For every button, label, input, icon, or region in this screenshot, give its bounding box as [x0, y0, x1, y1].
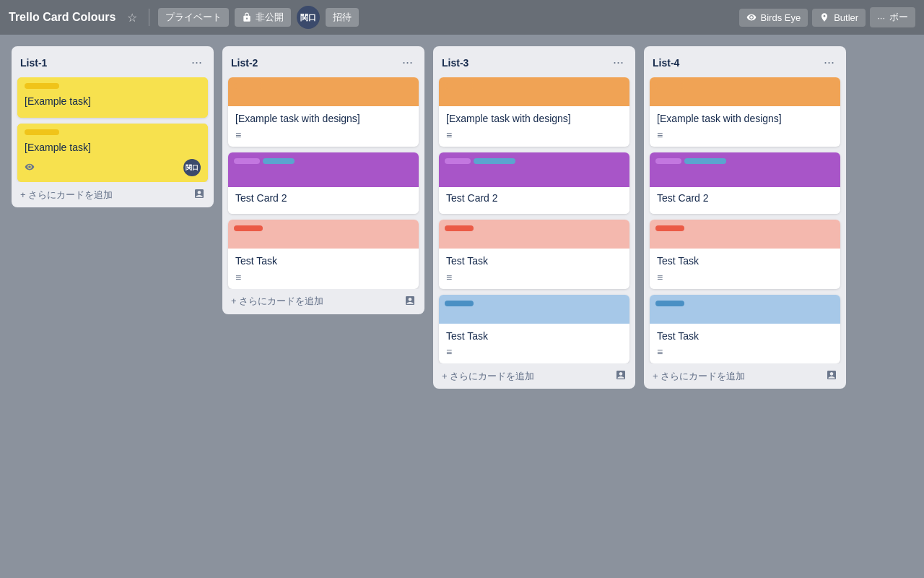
header-divider-1 — [149, 9, 149, 26]
butler-icon — [819, 12, 829, 22]
list-list-3: List-3···[Example task with designs]≡Tes… — [433, 46, 635, 389]
list-footer: + さらにカードを追加 — [433, 363, 635, 389]
card-title: Test Task — [657, 254, 833, 269]
private-label: プライベート — [165, 11, 222, 24]
description-icon: ≡ — [235, 272, 411, 283]
invite-button[interactable]: 招待 — [326, 8, 359, 27]
card[interactable]: Test Task≡ — [650, 295, 840, 364]
list-title: List-1 — [20, 57, 47, 69]
card-title: [Example task with designs] — [235, 112, 411, 126]
list-footer: + さらにカードを追加 — [644, 363, 846, 389]
description-icon: ≡ — [446, 346, 622, 358]
butler-label: Butler — [834, 12, 858, 23]
card-title: Test Card 2 — [657, 191, 833, 206]
card[interactable]: Test Card 2 — [228, 152, 419, 215]
list-header: List-2··· — [222, 46, 424, 77]
card[interactable]: [Example task] — [17, 77, 208, 118]
invite-label: 招待 — [333, 11, 352, 24]
list-header: List-4··· — [644, 46, 846, 77]
description-icon: ≡ — [657, 129, 833, 141]
card[interactable]: [Example task with designs]≡ — [439, 77, 629, 147]
avatar[interactable]: 関口 — [297, 6, 320, 29]
list-menu-button[interactable]: ··· — [610, 53, 627, 72]
card-title: Test Card 2 — [235, 191, 411, 206]
cards-container: [Example task with designs]≡Test Card 2T… — [644, 77, 846, 363]
header-right: Birds Eye Butler ··· ボー — [739, 7, 915, 27]
app-title: Trello Card Colours — [9, 11, 116, 24]
card[interactable]: [Example task with designs]≡ — [228, 77, 419, 147]
list-list-2: List-2···[Example task with designs]≡Tes… — [222, 46, 424, 314]
board: List-1···[Example task][Example task]関口+… — [0, 35, 924, 400]
list-menu-button[interactable]: ··· — [821, 53, 837, 72]
card-title: [Example task with designs] — [446, 112, 622, 126]
list-footer: + さらにカードを追加 — [222, 289, 424, 314]
card[interactable]: Test Task≡ — [650, 220, 840, 289]
birds-eye-label: Birds Eye — [761, 12, 801, 23]
list-title: List-3 — [442, 57, 468, 69]
card[interactable]: Test Card 2 — [650, 152, 840, 215]
list-menu-button[interactable]: ··· — [399, 53, 416, 72]
cards-container: [Example task with designs]≡Test Card 2T… — [433, 77, 635, 363]
card-title: Test Card 2 — [446, 191, 622, 206]
list-header: List-1··· — [12, 46, 214, 77]
visibility-button[interactable]: 非公開 — [235, 8, 291, 27]
description-icon: ≡ — [657, 272, 833, 283]
list-list-1: List-1···[Example task][Example task]関口+… — [12, 46, 214, 207]
more-label: ボー — [889, 11, 908, 24]
card[interactable]: [Example task]関口 — [17, 124, 208, 183]
card[interactable]: Test Task≡ — [439, 295, 629, 364]
card-title: Test Task — [446, 254, 622, 269]
list-title: List-4 — [653, 57, 679, 69]
cards-container: [Example task][Example task]関口 — [12, 77, 214, 182]
card-title: Test Task — [446, 329, 622, 344]
card-title: [Example task] — [25, 141, 201, 155]
card-title: Test Task — [657, 329, 833, 344]
star-button[interactable]: ☆ — [124, 8, 140, 27]
card-title: Test Task — [235, 254, 411, 269]
template-icon — [193, 188, 205, 202]
card-title: [Example task] — [25, 95, 201, 109]
add-card-button[interactable]: + さらにカードを追加 — [442, 370, 534, 383]
birds-eye-button[interactable]: Birds Eye — [739, 9, 808, 27]
template-icon — [826, 369, 837, 383]
private-button[interactable]: プライベート — [158, 8, 229, 27]
butler-button[interactable]: Butler — [812, 9, 866, 27]
description-icon: ≡ — [657, 346, 833, 358]
eye-icon — [746, 12, 757, 22]
card[interactable]: Test Task≡ — [439, 220, 629, 289]
more-button[interactable]: ··· ボー — [870, 7, 915, 27]
list-header: List-3··· — [433, 46, 635, 77]
dots-icon: ··· — [877, 12, 885, 23]
eye-icon — [25, 162, 35, 174]
add-card-button[interactable]: + さらにカードを追加 — [231, 295, 323, 308]
card-title: [Example task with designs] — [657, 112, 833, 126]
description-icon: ≡ — [446, 129, 622, 141]
list-footer: + さらにカードを追加 — [12, 182, 214, 207]
add-card-button[interactable]: + さらにカードを追加 — [20, 189, 113, 202]
card[interactable]: Test Task≡ — [228, 220, 419, 289]
cards-container: [Example task with designs]≡Test Card 2T… — [222, 77, 424, 289]
template-icon — [615, 369, 627, 383]
card-avatar: 関口 — [183, 159, 201, 176]
lock-icon — [242, 12, 252, 22]
list-menu-button[interactable]: ··· — [188, 53, 205, 72]
card[interactable]: [Example task with designs]≡ — [650, 77, 840, 147]
description-icon: ≡ — [446, 272, 622, 283]
add-card-button[interactable]: + さらにカードを追加 — [653, 370, 745, 383]
description-icon: ≡ — [235, 129, 411, 141]
card[interactable]: Test Card 2 — [439, 152, 629, 215]
list-list-4: List-4···[Example task with designs]≡Tes… — [644, 46, 846, 389]
app-header: Trello Card Colours ☆ プライベート 非公開 関口 招待 B… — [0, 0, 924, 35]
visibility-label: 非公開 — [256, 11, 284, 24]
list-title: List-2 — [231, 57, 258, 69]
template-icon — [404, 295, 416, 309]
